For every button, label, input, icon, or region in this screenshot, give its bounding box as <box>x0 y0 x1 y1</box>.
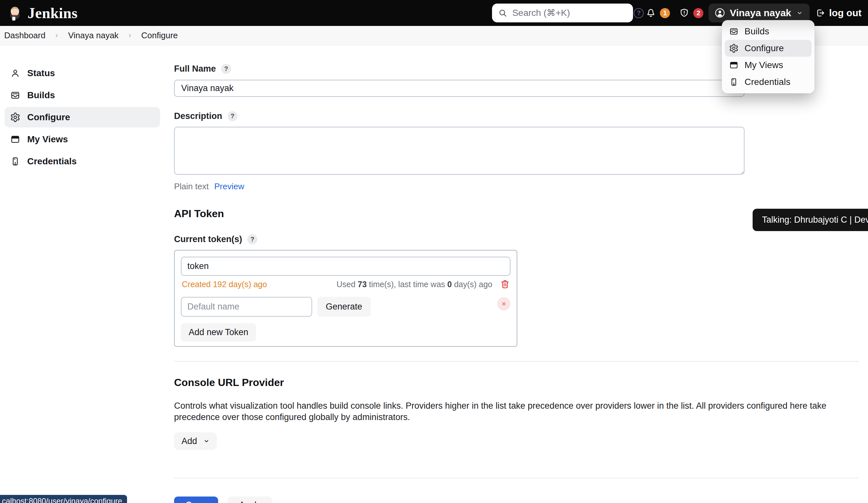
user-name: Vinaya nayak <box>730 8 791 19</box>
menu-item-builds[interactable]: Builds <box>725 23 812 40</box>
breadcrumb-dashboard[interactable]: Dashboard <box>4 30 45 41</box>
id-card-icon <box>729 77 739 87</box>
x-icon <box>500 300 507 307</box>
footer-divider <box>174 478 859 479</box>
form-actions: Save Apply <box>174 496 859 503</box>
user-menu-button[interactable]: Vinaya nayak <box>709 3 810 22</box>
security-group[interactable]: 2 <box>679 8 703 19</box>
menu-item-my-views[interactable]: My Views <box>725 57 812 74</box>
preview-link[interactable]: Preview <box>214 182 244 192</box>
revoke-token-button[interactable] <box>499 279 510 290</box>
logout-icon <box>815 8 826 18</box>
description-help-icon[interactable]: ? <box>228 111 238 121</box>
logout-label: log out <box>829 8 861 19</box>
window-icon <box>10 134 20 145</box>
breadcrumb-user[interactable]: Vinaya nayak <box>68 30 118 41</box>
token-name-input[interactable] <box>181 257 510 276</box>
breadcrumb-configure[interactable]: Configure <box>141 30 178 41</box>
sidebar-item-label: Status <box>27 68 55 79</box>
menu-item-label: Builds <box>744 26 769 37</box>
notification-badge[interactable]: 1 <box>660 8 670 18</box>
search-box[interactable]: ? <box>492 3 633 22</box>
add-new-token-button[interactable]: Add new Token <box>181 323 256 342</box>
jenkins-user-configure-page: { "topbar": { "brand": "Jenkins", "searc… <box>0 0 868 503</box>
sidebar-item-label: My Views <box>27 134 68 145</box>
menu-item-credentials[interactable]: Credentials <box>725 74 812 90</box>
description-label: Description <box>174 111 223 121</box>
menu-item-configure[interactable]: Configure <box>725 40 812 57</box>
sidebar-item-status[interactable]: Status <box>4 63 160 83</box>
chevron-right-icon <box>53 32 60 39</box>
sidebar: Status Builds Configure <box>0 45 166 173</box>
menu-item-label: My Views <box>744 60 783 70</box>
new-token-name-input[interactable] <box>181 297 312 317</box>
menu-item-label: Configure <box>744 43 784 53</box>
main-content: Full Name ? Description ? Plain text Pre… <box>166 45 868 503</box>
bell-icon[interactable] <box>645 8 657 19</box>
jenkins-butler-icon <box>7 5 23 21</box>
shield-alert-icon[interactable] <box>679 8 690 19</box>
person-icon <box>10 68 20 79</box>
current-tokens-label: Current token(s) <box>174 234 242 244</box>
sidebar-item-my-views[interactable]: My Views <box>4 129 160 150</box>
apply-button[interactable]: Apply <box>228 496 272 503</box>
description-textarea[interactable] <box>174 127 744 175</box>
sidebar-item-label: Credentials <box>27 156 77 167</box>
gear-icon <box>10 112 20 123</box>
search-icon <box>498 8 508 18</box>
sidebar-item-builds[interactable]: Builds <box>4 85 160 105</box>
search-help-icon[interactable]: ? <box>634 8 644 18</box>
gear-icon <box>729 43 739 53</box>
sidebar-item-credentials[interactable]: Credentials <box>4 151 160 172</box>
console-url-provider-description: Controls what visualization tool handles… <box>174 400 859 423</box>
save-button[interactable]: Save <box>174 496 218 503</box>
id-card-icon <box>10 156 20 167</box>
token-usage-text: Used 73 time(s), last time was 0 day(s) … <box>337 280 492 289</box>
cancel-token-button[interactable] <box>497 297 510 310</box>
token-created-text: Created 192 day(s) ago <box>182 280 267 289</box>
plain-text-label: Plain text <box>174 182 209 192</box>
notifications-group[interactable]: 1 <box>645 8 670 19</box>
generate-token-button[interactable]: Generate <box>317 297 371 317</box>
builds-inbox-icon <box>729 27 739 36</box>
add-provider-label: Add <box>182 436 197 446</box>
chevron-right-icon <box>127 32 133 39</box>
chevron-down-icon <box>203 437 210 445</box>
sidebar-item-label: Configure <box>27 112 70 123</box>
section-divider <box>174 361 859 362</box>
full-name-input[interactable] <box>174 80 744 97</box>
add-provider-button[interactable]: Add <box>174 432 217 450</box>
token-group: Created 192 day(s) ago Used 73 time(s), … <box>174 250 517 347</box>
link-status-tooltip: calhost:8080/user/vinaya/configure <box>0 495 127 503</box>
trash-icon <box>499 279 510 290</box>
brand-title: Jenkins <box>28 4 78 22</box>
full-name-help-icon[interactable]: ? <box>221 64 231 74</box>
avatar-icon <box>714 8 725 19</box>
jenkins-logo[interactable]: Jenkins <box>7 4 78 22</box>
sidebar-item-configure[interactable]: Configure <box>4 107 160 127</box>
search-input[interactable] <box>512 8 629 18</box>
current-tokens-help-icon[interactable]: ? <box>247 234 257 244</box>
user-dropdown-menu: Builds Configure My Views <box>722 20 815 93</box>
console-url-provider-heading: Console URL Provider <box>174 377 859 389</box>
builds-inbox-icon <box>10 90 20 101</box>
chevron-down-icon <box>795 9 804 17</box>
full-name-label: Full Name <box>174 64 216 74</box>
talking-overlay-tooltip: Talking: Dhrubajyoti C | DevRel En... <box>753 209 868 231</box>
logout-button[interactable]: log out <box>815 8 861 19</box>
sidebar-item-label: Builds <box>27 90 55 101</box>
window-icon <box>729 60 739 70</box>
security-badge[interactable]: 2 <box>693 8 703 18</box>
menu-item-label: Credentials <box>744 77 790 87</box>
